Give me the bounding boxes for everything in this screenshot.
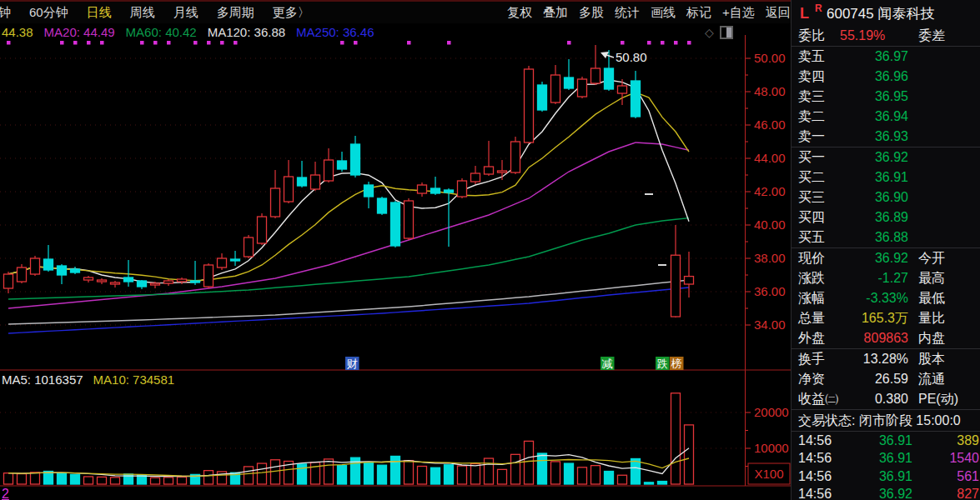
weibi-row: 委比 55.19% 委差 (792, 25, 980, 46)
tab-period-2[interactable]: 日线 (87, 5, 112, 21)
volume-bar (618, 475, 627, 484)
volume-axis-label: 20000 (754, 405, 789, 419)
tab-period-3[interactable]: 周线 (130, 5, 155, 21)
bid-row-1-value: 36.91 (875, 170, 908, 185)
volume-bar (458, 466, 467, 484)
stat-row-收益㈡: 收益㈡0.380PE(动) (792, 389, 980, 409)
event-dot (73, 41, 78, 45)
tab-period-1[interactable]: 60分钟 (29, 5, 68, 21)
tick-list: 14:5636.9138914:5636.91154014:5636.91561… (792, 432, 980, 500)
toolbar-action-3[interactable]: 统计 (615, 5, 640, 21)
tab-period-5[interactable]: 多周期 (217, 5, 254, 21)
candle-body (525, 69, 534, 142)
tick-price: 36.91 (879, 451, 912, 466)
bid-row-4: 买五36.88 (792, 228, 980, 248)
ask-row-0-label: 卖五 (798, 48, 825, 66)
candle-body (271, 188, 280, 217)
event-dot (207, 41, 211, 45)
stock-header[interactable]: L R 600745 闻泰科技 (792, 0, 980, 25)
stat-row-涨幅-value: -3.33% (866, 291, 908, 306)
volume-bar (485, 458, 494, 484)
toolbar-action-5[interactable]: 标记 (686, 5, 711, 21)
chart-region[interactable]: 44.38MA20: 44.49MA60: 40.42MA120: 36.88M… (0, 23, 791, 500)
stat-row-净资: 净资26.59流通 (792, 369, 980, 389)
stat-row-外盘-value: 809863 (864, 331, 908, 346)
toolbar-action-7[interactable]: 返回 (766, 5, 791, 21)
price-ma-legend-item-4: MA250: 36.46 (296, 25, 374, 39)
bid-row-2: 买三36.90 (792, 188, 980, 208)
candle-body (4, 274, 13, 288)
candle-body (44, 259, 53, 270)
panel-split-icon-fill (726, 28, 731, 38)
volume-bar (511, 454, 520, 484)
panel-split-icon[interactable] (720, 26, 733, 39)
volume-bar (258, 463, 267, 484)
ask-row-4: 卖一36.93 (792, 127, 980, 147)
candle-body (471, 173, 480, 182)
tab-period-0[interactable]: 分钟 (0, 5, 11, 21)
toolbar-action-4[interactable]: 画线 (651, 5, 676, 21)
toolbar-action-6[interactable]: +自选 (722, 5, 755, 21)
stat-row-换手-label: 换手 (798, 351, 825, 368)
volume-bar (565, 463, 574, 484)
ask-levels: 卖五36.97卖四36.96卖三36.95卖二36.94卖一36.93 (792, 47, 980, 147)
candle-body (431, 188, 440, 193)
volume-bar (71, 474, 80, 484)
volume-bar (378, 465, 387, 484)
ma-line-MA120 (8, 280, 689, 324)
tick-price: 36.92 (879, 487, 912, 500)
ask-row-0-value: 36.97 (875, 49, 908, 64)
volume-bar (178, 477, 187, 484)
stat-row-现价-label2: 今开 (918, 250, 945, 268)
volume-bar (418, 466, 427, 484)
candle-body (458, 181, 467, 197)
ask-row-1-label: 卖四 (798, 68, 825, 86)
candlestick-chart[interactable]: 50.0048.0046.0044.0042.0040.0038.0036.00… (0, 23, 791, 500)
volume-bar (631, 458, 641, 484)
ask-row-2-label: 卖三 (798, 88, 825, 106)
price-ma-legend: 44.38MA20: 44.49MA60: 40.42MA120: 36.88M… (2, 25, 374, 39)
event-dot (687, 41, 691, 45)
ask-row-4-label: 卖一 (798, 128, 825, 146)
toolbar-actions: 复权叠加多股统计画线标记+自选返回 (507, 2, 791, 23)
event-badge-text: 跌 (657, 358, 668, 370)
price-axis-label: 50.00 (754, 51, 786, 65)
diamond-icon[interactable]: ◇ (705, 27, 714, 38)
annotation-high-label: 50.80 (616, 50, 647, 64)
volume-bar (591, 466, 601, 484)
stat-row-现价-value: 36.92 (875, 251, 908, 266)
candle-body (485, 167, 494, 174)
volume-ma-legend-item-1: MA10: 734581 (93, 372, 175, 387)
tab-period-6[interactable]: 更多〉 (273, 5, 310, 21)
candle-body (338, 161, 347, 169)
toolbar-action-1[interactable]: 叠加 (543, 5, 568, 21)
candle-body (311, 175, 320, 189)
candle-body (391, 202, 400, 246)
event-dot (567, 41, 571, 45)
event-dot (60, 41, 64, 45)
toolbar-action-0[interactable]: 复权 (507, 5, 532, 21)
price-ma-legend-item-0: 44.38 (2, 25, 33, 39)
bid-row-3-label: 买四 (798, 209, 825, 227)
volume-bar (405, 461, 414, 484)
candle-body (244, 238, 254, 257)
stat-row-总量: 总量165.3万量比 (792, 308, 980, 328)
price-ma-legend-item-1: MA20: 44.49 (44, 25, 115, 39)
price-axis-label: 34.00 (754, 318, 786, 332)
tick-time: 14:56 (798, 469, 832, 484)
toolbar-action-2[interactable]: 多股 (579, 5, 604, 21)
tab-period-4[interactable]: 月线 (173, 5, 199, 21)
volume-bar (551, 462, 560, 484)
volume-bar (685, 425, 694, 484)
volume-bar (498, 469, 507, 484)
candle-body (618, 86, 627, 93)
volume-unit-label: X100 (754, 467, 783, 481)
candle-body (138, 281, 147, 287)
badge-r: R (815, 2, 822, 14)
tick-volume: 389 (957, 433, 979, 448)
ask-row-0: 卖五36.97 (792, 47, 980, 67)
volume-bar (605, 472, 614, 484)
bid-row-3: 买四36.89 (792, 208, 980, 228)
volume-axis-label: 10000 (754, 441, 789, 455)
stock-code-name: 600745 闻泰科技 (827, 4, 934, 23)
